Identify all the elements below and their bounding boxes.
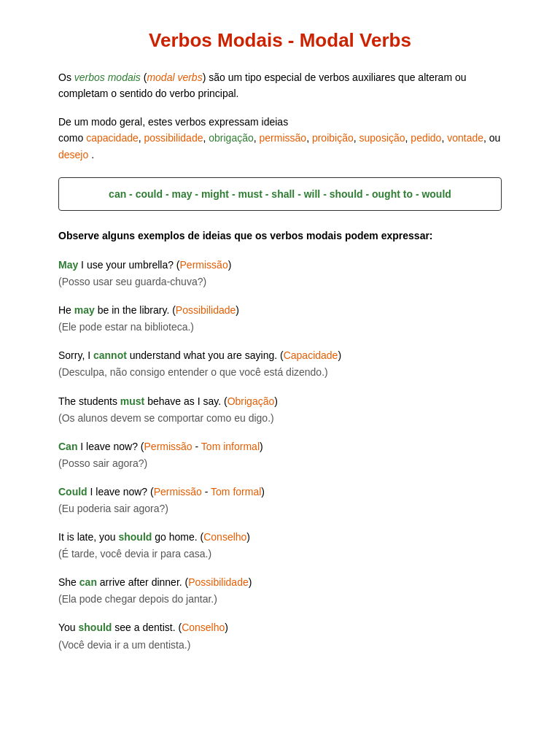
concept-obrigacao: obrigação [209, 132, 254, 144]
intro-paragraph-2: De um modo geral, estes verbos expressam… [58, 114, 502, 163]
translation-6: (Eu poderia sair agora?) [58, 500, 502, 517]
label-permissao-1: Permissão [180, 259, 228, 271]
example-1: May I use your umbrella? (Permissão) (Po… [58, 257, 502, 290]
label-conselho-2: Conselho [182, 622, 225, 633]
intro-paragraph-1: Os verbos modais (modal verbs) são um ti… [58, 69, 502, 102]
translation-8: (Ela pode chegar depois do jantar.) [58, 591, 502, 608]
label-capacidade: Capacidade [284, 349, 338, 361]
modal-can-1: Can [58, 441, 77, 452]
example-3: Sorry, I cannot understand what you are … [58, 347, 502, 381]
example-8: She can arrive after dinner. (Possibilid… [58, 574, 502, 608]
concept-pedido: pedido [411, 132, 441, 144]
example-7: It is late, you should go home. (Conselh… [58, 529, 502, 562]
label-tom-informal: Tom informal [201, 441, 260, 452]
example-6: Could I leave now? (Permissão - Tom form… [58, 484, 502, 517]
modal-may-1: May [58, 259, 78, 271]
translation-3: (Desculpa, não consigo entender o que vo… [58, 364, 502, 381]
modal-should-1: should [118, 531, 152, 543]
label-conselho-1: Conselho [203, 531, 246, 543]
concept-possibilidade: possibilidade [144, 132, 203, 144]
translation-5: (Posso sair agora?) [58, 455, 502, 472]
observe-label: Observe alguns exemplos de ideias que os… [58, 228, 502, 244]
concept-suposicao: suposição [359, 132, 405, 144]
label-tom-formal: Tom formal [211, 486, 261, 498]
modal-cannot: cannot [93, 349, 127, 361]
modal-verbs-box: can - could - may - might - must - shall… [58, 177, 502, 211]
modal-must: must [120, 395, 144, 407]
modal-could: Could [58, 486, 88, 498]
concept-proibicao: proibição [312, 132, 354, 144]
example-2: He may be in the library. (Possibilidade… [58, 302, 502, 336]
concept-desejo: desejo [58, 149, 88, 160]
concept-permissao: permissão [260, 132, 307, 144]
example-9: You should see a dentist. (Conselho) (Vo… [58, 619, 502, 653]
verbos-modais-term: verbos modais [74, 71, 141, 83]
concept-vontade: vontade [447, 132, 483, 144]
modal-verbs-list: can - could - may - might - must - shall… [109, 188, 451, 200]
page-title: Verbos Modais - Modal Verbs [58, 29, 502, 52]
translation-1: (Posso usar seu guarda-chuva?) [58, 274, 502, 290]
example-4: The students must behave as I say. (Obri… [58, 393, 502, 427]
translation-2: (Ele pode estar na biblioteca.) [58, 319, 502, 336]
translation-4: (Os alunos devem se comportar como eu di… [58, 410, 502, 427]
modal-may-2: may [74, 304, 95, 316]
concept-capacidade: capacidade [86, 132, 139, 144]
example-5: Can I leave now? (Permissão - Tom inform… [58, 438, 502, 472]
translation-9: (Você devia ir a um dentista.) [58, 637, 502, 654]
label-possibilidade-2: Possibilidade [188, 576, 249, 588]
examples-container: May I use your umbrella? (Permissão) (Po… [58, 257, 502, 654]
label-obrigacao: Obrigação [228, 395, 275, 407]
modal-can-2: can [79, 576, 97, 588]
label-possibilidade-1: Possibilidade [176, 304, 236, 316]
modal-should-2: should [79, 622, 112, 633]
label-permissao-2: Permissão [144, 441, 192, 452]
modal-verbs-term: modal verbs [147, 71, 202, 83]
translation-7: (É tarde, você devia ir para casa.) [58, 546, 502, 562]
label-permissao-3: Permissão [154, 486, 202, 498]
